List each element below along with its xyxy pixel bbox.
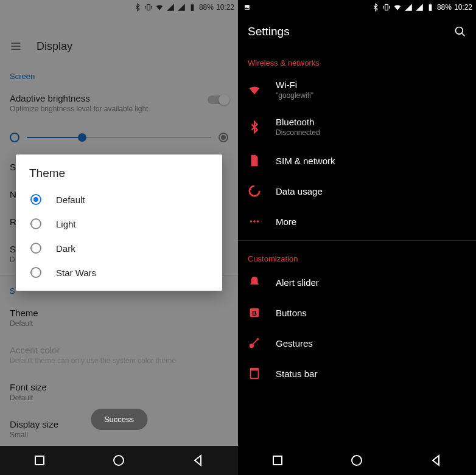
- nav-home-icon[interactable]: [349, 453, 364, 468]
- settings-item-bluetooth[interactable]: BluetoothDisconnected: [238, 108, 476, 145]
- nav-bar: [0, 446, 238, 475]
- svg-point-17: [257, 338, 259, 341]
- svg-text:B: B: [252, 310, 257, 317]
- nav-bar: [238, 446, 476, 475]
- nav-home-icon[interactable]: [111, 453, 126, 468]
- item-title: Data usage: [276, 186, 323, 196]
- svg-rect-8: [430, 4, 431, 4]
- svg-rect-19: [251, 369, 259, 371]
- svg-point-9: [456, 27, 463, 35]
- svg-point-21: [352, 456, 362, 465]
- item-title: More: [276, 217, 296, 227]
- item-title: Gestures: [276, 338, 313, 348]
- battery-percent: 88%: [437, 3, 452, 12]
- option-label: Dark: [56, 243, 75, 254]
- settings-item-more[interactable]: More: [238, 206, 476, 237]
- sim-icon: [248, 154, 261, 167]
- settings-item-gestures[interactable]: Gestures: [238, 328, 476, 358]
- radio-icon: [30, 267, 41, 278]
- page-title: Settings: [248, 25, 290, 38]
- search-icon[interactable]: [454, 26, 466, 38]
- app-header: Settings: [238, 15, 476, 49]
- nav-back-icon[interactable]: [429, 453, 444, 468]
- right-phone: 88% 10:22 Settings Wireless & networks W…: [238, 0, 476, 475]
- gestures-icon: [248, 336, 261, 350]
- option-label: Star Wars: [56, 268, 96, 278]
- theme-option-default[interactable]: Default: [16, 187, 222, 212]
- settings-item-buttons[interactable]: B Buttons: [238, 297, 476, 328]
- section-label-customization: Customization: [238, 244, 476, 267]
- theme-option-dark[interactable]: Dark: [16, 236, 222, 260]
- theme-dialog: Theme Default Light Dark Star Wars: [16, 154, 222, 291]
- svg-rect-7: [429, 4, 432, 10]
- signal-icon-2: [415, 3, 424, 12]
- bell-icon: [248, 276, 261, 289]
- statusbar-icon: [248, 367, 261, 380]
- item-title: Bluetooth: [276, 117, 320, 127]
- radio-icon: [30, 243, 41, 254]
- svg-point-12: [253, 220, 256, 223]
- signal-icon: [404, 3, 413, 12]
- theme-option-light[interactable]: Light: [16, 212, 222, 236]
- nav-recent-icon[interactable]: [270, 453, 285, 468]
- settings-item-data-usage[interactable]: Data usage: [238, 176, 476, 206]
- battery-icon: [426, 3, 435, 12]
- item-title: Status bar: [276, 369, 317, 379]
- option-label: Light: [56, 219, 76, 229]
- item-subtitle: "googlewifi": [276, 91, 313, 100]
- svg-point-10: [250, 186, 260, 196]
- wifi-icon: [393, 3, 402, 12]
- vibrate-icon: [382, 3, 391, 12]
- dialog-title: Theme: [16, 167, 222, 187]
- settings-item-alert-slider[interactable]: Alert slider: [238, 267, 476, 297]
- theme-option-star-wars[interactable]: Star Wars: [16, 260, 222, 285]
- nav-back-icon[interactable]: [191, 453, 206, 468]
- status-bar: 88% 10:22: [238, 0, 476, 15]
- option-label: Default: [56, 195, 85, 205]
- settings-item-sim[interactable]: SIM & network: [238, 145, 476, 176]
- status-time: 10:22: [454, 3, 472, 12]
- settings-item-wifi[interactable]: Wi-Fi"googlewifi": [238, 71, 476, 108]
- bluetooth-icon: [371, 3, 380, 12]
- picture-icon: [242, 3, 250, 12]
- bluetooth-icon: [248, 120, 261, 134]
- wifi-icon: [248, 83, 261, 97]
- radio-icon: [30, 218, 41, 229]
- left-phone: 88% 10:22 Display Screen Adaptive bright…: [0, 0, 238, 475]
- svg-rect-20: [273, 456, 282, 465]
- svg-point-11: [250, 220, 253, 223]
- nav-recent-icon[interactable]: [32, 453, 47, 468]
- toast: Success: [91, 409, 147, 430]
- item-title: SIM & network: [276, 156, 335, 166]
- more-icon: [248, 215, 261, 228]
- svg-rect-3: [35, 456, 44, 465]
- settings-item-status-bar[interactable]: Status bar: [238, 358, 476, 389]
- item-title: Buttons: [276, 308, 307, 318]
- data-usage-icon: [248, 184, 261, 198]
- radio-icon: [30, 194, 41, 205]
- item-title: Alert slider: [276, 277, 319, 288]
- section-label-wireless: Wireless & networks: [238, 49, 476, 71]
- item-subtitle: Disconnected: [276, 128, 320, 137]
- divider: [238, 240, 476, 241]
- svg-point-4: [114, 456, 124, 465]
- buttons-icon: B: [248, 306, 261, 319]
- svg-point-13: [257, 220, 259, 223]
- item-title: Wi-Fi: [276, 80, 313, 90]
- svg-rect-6: [385, 4, 388, 10]
